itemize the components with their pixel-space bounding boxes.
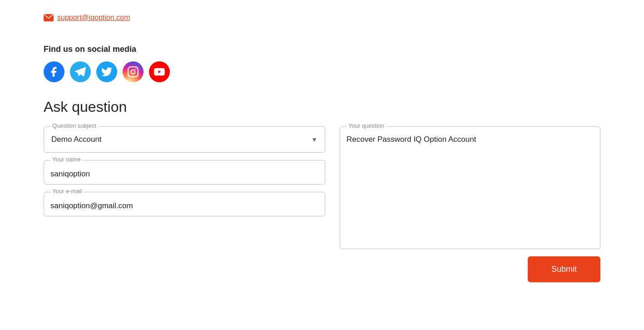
telegram-icon[interactable] — [70, 61, 91, 82]
email-icon — [44, 14, 54, 21]
submit-row: Submit — [44, 256, 600, 282]
facebook-icon[interactable] — [44, 61, 64, 82]
form-right-column: Your question Recover Password IQ Option… — [340, 126, 600, 249]
question-subject-field[interactable]: Question subject Demo Account ▼ — [44, 126, 325, 153]
your-email-label: Your e-mail — [50, 188, 84, 195]
svg-point-2 — [131, 70, 135, 74]
svg-rect-1 — [128, 67, 138, 77]
support-email-link[interactable]: support@iqoption.com — [57, 14, 130, 22]
your-question-textarea[interactable]: Recover Password IQ Option Account — [340, 127, 600, 245]
youtube-icon[interactable] — [149, 61, 170, 82]
svg-point-3 — [135, 69, 137, 70]
social-icons-row — [44, 61, 600, 82]
your-name-field[interactable]: Your name — [44, 160, 325, 185]
question-subject-value: Demo Account — [51, 135, 102, 144]
form-left-column: Question subject Demo Account ▼ Your nam… — [44, 126, 325, 224]
ask-question-section: Ask question Question subject Demo Accou… — [44, 99, 600, 282]
your-name-label: Your name — [50, 156, 82, 163]
social-title: Find us on social media — [44, 45, 600, 54]
submit-button[interactable]: Submit — [528, 256, 600, 282]
social-media-section: Find us on social media — [44, 45, 600, 82]
form-title: Ask question — [44, 99, 600, 115]
twitter-icon[interactable] — [96, 61, 117, 82]
your-name-input[interactable] — [50, 169, 318, 180]
question-subject-select[interactable]: Demo Account ▼ — [44, 127, 325, 152]
form-layout: Question subject Demo Account ▼ Your nam… — [44, 126, 600, 249]
instagram-icon[interactable] — [123, 61, 144, 82]
your-email-input[interactable] — [50, 200, 318, 211]
your-email-field[interactable]: Your e-mail — [44, 192, 325, 216]
your-question-field[interactable]: Your question Recover Password IQ Option… — [340, 126, 600, 249]
chevron-down-icon: ▼ — [311, 136, 317, 143]
